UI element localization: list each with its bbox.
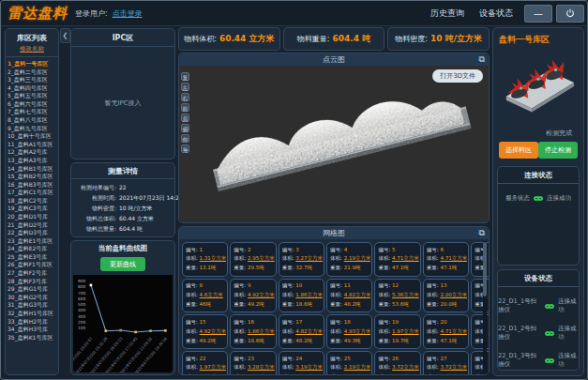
device-status-button[interactable]: 设备状态 [472,5,520,23]
zone-model-area [497,46,580,129]
connection-status-panel: 连接状态 服务状态 连接成功 [497,166,580,266]
cell-id-value: 22 [200,356,206,361]
storage-list-item[interactable]: 4_盘料四号库区 [8,84,56,93]
view-button[interactable]: 左 [181,83,189,91]
curve-panel: 当前盘料曲线图 更新曲线 100200300400500600700800900… [70,240,175,375]
grid-cell[interactable]: 编号: 12 体积: 5.36立方米 重量: 53.6吨 [374,279,420,313]
cell-id-value: 23 [248,356,254,361]
cell-volume-label: 体积: [427,292,439,297]
svg-text:900: 900 [78,279,86,283]
grid-cell[interactable]: 编号: 9 体积: 4.92立方米 重量: 49.2吨 [230,279,276,313]
view-button[interactable]: 右 [181,93,189,101]
storage-list-item[interactable]: 23_盘料E1号库区 [8,237,56,246]
cell-weight-value: 49.3吨 [344,338,361,343]
view-button[interactable]: 复 [181,72,189,81]
minimize-button[interactable]: — [524,5,552,23]
storage-list-item[interactable]: 18_盘料C2号库 [8,197,56,205]
storage-list-item[interactable]: 1_盘料一号库区 [8,60,56,68]
rename-link[interactable]: 修改名称 [6,45,58,57]
grid-cell[interactable]: 编号: 11 体积: 4.82立方米 重量: 48.2吨 [326,279,372,313]
collapse-sidebar-handle[interactable]: ❮ [60,28,70,43]
storage-list-item[interactable]: 3_盘料三号库区 [8,76,56,84]
storage-list-item[interactable]: 31_盘料G3号库 [8,301,56,310]
select-area-button[interactable]: 选择料区 [499,142,538,159]
storage-list-item[interactable]: 19_盘料C3号库 [8,205,56,213]
grid-cell[interactable]: 编号: 5 体积: 4.71立方米 重量: 47.1吨 [374,242,420,277]
cell-volume-label: 体积: [282,292,294,297]
storage-list-item[interactable]: 29_盘料G1号库 [8,285,56,294]
grid-cell[interactable]: 编号: 8 体积: 4.6立方米 重量: 46吨 [182,279,228,313]
grid-cell[interactable]: 编号: 2 体积: 2.95立方米 重量: 29.5吨 [230,242,276,277]
cell-weight-value: 48.2吨 [344,301,361,307]
grid-cell[interactable]: 编号: 26 体积: 3.72立方米 重量: 37.2吨 [374,351,420,374]
grid-cell[interactable]: 编号: 22 体积: 1.97立方米 重量: 19.7吨 [182,351,228,374]
storage-list-item[interactable]: 30_盘料G2号库 [8,294,56,302]
open-3d-file-button[interactable]: 打开3D文件 [432,69,483,83]
storage-list-item[interactable]: 34_盘料H3号库 [8,326,56,334]
storage-list-item[interactable]: 2_盘料二号库区 [8,68,56,77]
detail-label: 检测时间: [71,192,116,203]
storage-list-item[interactable]: 9_盘料九号库区 [8,125,56,133]
storage-list-item[interactable]: 17_盘料C1号库区 [8,189,56,197]
storage-list-item[interactable]: 16_盘料B3号库区 [8,181,56,190]
storage-list-item[interactable]: 11_盘料A1号库区 [8,141,56,149]
storage-list-item[interactable]: 25_盘料E3号库 [8,253,56,262]
power-close-button[interactable] [556,5,584,23]
storage-list-item[interactable]: 35_盘料K1号库区 [8,334,56,342]
grid-cell[interactable]: 编号: 15 体积: 4.92立方米 重量: 49.2吨 [182,314,228,349]
grid-cell[interactable]: 编号: 20 体积: 4.71立方米 重量: 47.1吨 [423,314,469,349]
pointcloud-viewport[interactable]: 复左右前后俯仰等 打开3D文件 [179,66,489,222]
grid-cell[interactable]: 编号: 17 体积: 4.82立方米 重量: 48.2吨 [279,314,324,349]
storage-list-item[interactable]: 26_盘料F1号库区 [8,261,56,269]
left-detail-column: IPC区 暂无IPC接入 测量详情 检测结果编号: 22 检测时间: 2021年… [70,28,175,375]
storage-list-item[interactable]: 27_盘料F2号库 [8,269,56,278]
storage-list-item[interactable]: 7_盘料七号库区 [8,108,56,116]
view-button[interactable]: 等 [181,144,189,153]
grid-cell[interactable]: 编号: 27 体积: 3.72立方米 重量: 37.2吨 [423,351,469,374]
grid-cell[interactable]: 编号: 13 体积: 2.00立方米 重量: 20.0吨 [423,279,469,313]
grid-cell[interactable]: 编号: 16 体积: 1.86立方米 重量: 18.6吨 [230,314,276,349]
stop-detect-button[interactable]: 停止检测 [538,142,578,159]
view-button[interactable]: 俯 [181,124,189,132]
storage-list-item[interactable]: 5_盘料五号库区 [8,92,56,100]
grid-cell[interactable]: 编号: 1 体积: 1.31立方米 重量: 13.1吨 [182,242,228,277]
grid-cell[interactable]: 编号: 19 体积: 1.97立方米 重量: 19.7吨 [374,314,420,349]
grid-cell[interactable]: 编号: 18 体积: 4.93立方米 重量: 49.3吨 [326,314,372,349]
view-button[interactable]: 前 [181,103,189,112]
grid-cell[interactable]: 编号: 6 体积: 4.71立方米 重量: 47.1吨 [423,242,469,277]
storage-list-item[interactable]: 15_盘料B2号库区 [8,173,56,181]
storage-list-item[interactable]: 8_盘料八号库区 [8,116,56,125]
grid-cell[interactable]: 编号: 23 体积: 3.28立方米 重量: 32.8吨 [230,351,276,374]
cell-weight-value: 47.1吨 [392,265,409,270]
expand-window-icon[interactable]: ⧉ [479,228,485,238]
zone-title: 盘料一号库区 [497,32,580,46]
history-query-button[interactable]: 历史查询 [423,5,472,23]
storage-list-item[interactable]: 12_盘料A2号库 [8,148,56,157]
grid-cell[interactable]: 编号: 3 体积: 3.27立方米 重量: 32.7吨 [279,242,324,277]
storage-list-item[interactable]: 28_盘料F3号库 [8,278,56,286]
pointcloud-title: 点云图 [179,54,489,65]
grid-scrollbar[interactable] [483,241,487,372]
storage-list-item[interactable]: 32_盘料H1号库区 [8,310,56,318]
storage-list-item[interactable]: 6_盘料六号库区 [8,100,56,109]
cell-weight-label: 重量: [378,265,390,270]
storage-list-item[interactable]: 33_盘料H2号库 [8,318,56,327]
expand-window-icon[interactable]: ⧉ [479,54,485,65]
storage-list-item[interactable]: 24_盘料E2号库 [8,245,56,253]
login-link[interactable]: 点击登录 [113,8,143,19]
storage-list-item[interactable]: 14_盘料B1号库区 [8,165,56,174]
storage-list-item[interactable]: 21_盘料D2号库 [8,221,56,230]
grid-cell[interactable]: 编号: 4 体积: 2.19立方米 重量: 21.9吨 [326,242,372,277]
refresh-curve-button[interactable]: 更新曲线 [100,257,145,271]
cell-weight-label: 重量: [427,301,439,307]
grid-cell[interactable]: 编号: 10 体积: 1.86立方米 重量: 18.6吨 [279,279,324,313]
grid-cell[interactable]: 编号: 25 体积: 2.19立方米 重量: 21.9吨 [326,351,372,374]
grid-cell[interactable]: 编号: 24 体积: 3.19立方米 重量: 31.9吨 [279,351,324,374]
storage-list-item[interactable]: 20_盘料D1号库 [8,213,56,221]
view-button[interactable]: 后 [181,114,189,122]
storage-list-item[interactable]: 10_盘料十号库区 [8,132,56,141]
view-button[interactable]: 仰 [181,134,189,143]
grid-scrollbar-thumb[interactable] [483,242,487,296]
storage-list-item[interactable]: 22_盘料D3号库 [8,229,56,237]
storage-list-item[interactable]: 13_盘料A3号库 [8,157,56,165]
